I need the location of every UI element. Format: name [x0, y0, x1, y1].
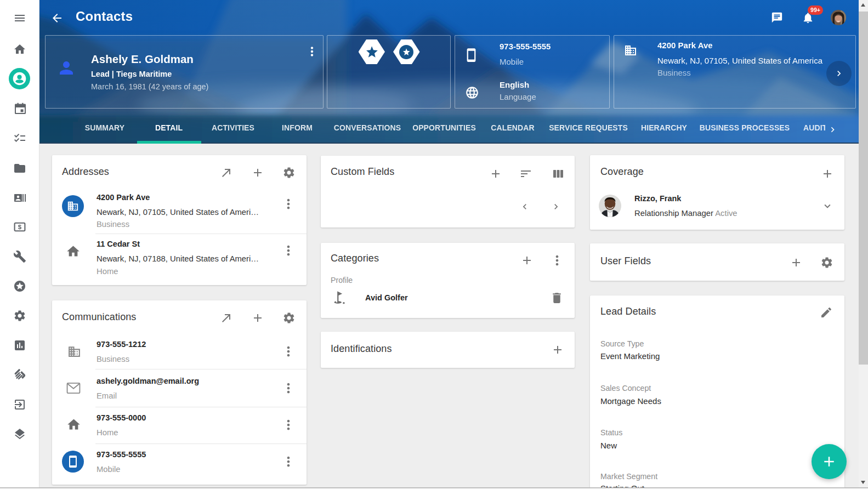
svg-text:$: $ [18, 224, 22, 230]
